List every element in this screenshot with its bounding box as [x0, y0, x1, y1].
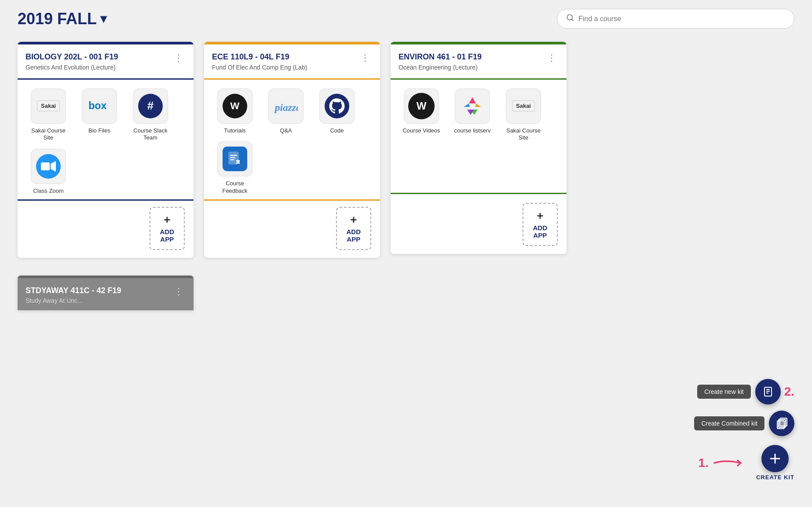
create-new-kit-group: Create new kit [697, 379, 780, 404]
svg-rect-3 [41, 162, 50, 170]
app-icon-webex-videos: W [404, 88, 439, 124]
svg-rect-20 [780, 418, 787, 426]
card-menu-button[interactable]: ⋮ [172, 52, 186, 63]
app-item-class-zoom[interactable]: Class Zoom [26, 149, 70, 195]
svg-marker-10 [475, 103, 481, 107]
add-app-label: ADDAPP [160, 228, 175, 243]
create-combined-kit-group: Create Combined kit [694, 411, 794, 436]
add-app-button[interactable]: + ADDAPP [336, 207, 372, 250]
add-app-section: + ADDAPP [18, 199, 194, 258]
cards-container: BIOLOGY 202L - 001 F19 Genetics And Evol… [0, 37, 812, 276]
app-item-course-slack-team[interactable]: # Course Slack Team [128, 88, 172, 142]
create-kit-group: 1. CREATE KIT [699, 445, 794, 481]
card-menu-button[interactable]: ⋮ [172, 286, 186, 297]
semester-selector[interactable]: 2019 FALL ▾ [18, 10, 106, 28]
card-header: ECE 110L9 - 04L F19 Fund Of Elec And Com… [204, 44, 380, 80]
app-label: Bio Files [88, 127, 110, 135]
app-item-course-videos[interactable]: W Course Videos [399, 88, 443, 142]
card-menu-button[interactable]: ⋮ [545, 52, 559, 63]
plus-icon: + [350, 214, 357, 225]
search-icon [566, 14, 574, 24]
fab-row-combined: Create Combined kit [694, 411, 794, 436]
card-header: ENVIRON 461 - 01 F19 Ocean Engineering (… [391, 44, 567, 80]
course-card-stdyaway: STDYAWAY 411C - 42 F19 Study Away At Unc… [18, 276, 194, 310]
card-subtitle: Ocean Engineering (Lecture) [399, 63, 482, 72]
create-kit-label: CREATE KIT [756, 474, 794, 481]
add-app-button-environ[interactable]: + ADDAPP [523, 203, 558, 246]
svg-marker-9 [469, 97, 476, 103]
app-label: Tutorials [224, 127, 245, 135]
partial-title: STDYAWAY 411C - 42 F19 [26, 286, 121, 295]
svg-line-1 [571, 19, 573, 20]
app-icon-piazza: piazza [268, 88, 304, 124]
app-label: Sakai Course Site [501, 127, 545, 142]
card-title-block: ECE 110L9 - 04L F19 Fund Of Elec And Com… [212, 52, 307, 72]
slack-hashtag-icon: # [138, 94, 163, 118]
app-item-qa[interactable]: piazza Q&A [264, 88, 308, 135]
app-label: Course Videos [402, 127, 440, 135]
zoom-camera-icon [36, 154, 61, 179]
arrow-group: 1. [699, 455, 752, 471]
app-label: Course Slack Team [128, 127, 172, 142]
plus-icon: + [164, 214, 170, 225]
app-icon-box: box [82, 88, 117, 124]
app-item-code[interactable]: Code [315, 88, 359, 135]
environ-separator [391, 193, 567, 194]
apps-grid-environ: W Course Videos [391, 80, 567, 147]
number-1-label: 1. [699, 456, 709, 470]
header: 2019 FALL ▾ [0, 0, 812, 37]
svg-marker-12 [464, 103, 470, 107]
svg-text:box: box [88, 100, 106, 111]
create-combined-kit-button[interactable] [769, 411, 794, 436]
add-app-button[interactable]: + ADDAPP [150, 207, 185, 250]
apps-grid: W Tutorials piazza Q&A [204, 80, 380, 200]
app-icon-sympa [455, 88, 490, 124]
app-item-course-feedback[interactable]: Course Feedback [213, 141, 257, 195]
app-label: Code [330, 127, 344, 135]
app-icon-feedback [217, 141, 252, 176]
card-title: BIOLOGY 202L - 001 F19 [26, 52, 118, 62]
svg-marker-4 [51, 161, 56, 172]
card-menu-button[interactable]: ⋮ [358, 52, 372, 63]
create-kit-btn-group: CREATE KIT [756, 445, 794, 481]
semester-title-text: 2019 FALL [18, 10, 97, 28]
card-title-block: ENVIRON 461 - 01 F19 Ocean Engineering (… [399, 52, 482, 72]
arrow-right-icon [712, 455, 752, 471]
card-subtitle: Genetics And Evolution (Lecture) [26, 63, 118, 72]
app-label: Sakai Course Site [26, 127, 70, 142]
app-icon-sakai-2: Sakai [506, 88, 541, 124]
search-input[interactable] [578, 15, 785, 23]
app-label: Class Zoom [33, 187, 63, 195]
create-new-kit-button[interactable] [755, 379, 781, 404]
add-app-label: ADDAPP [533, 224, 548, 239]
fab-row-create-kit: 1. CREATE KIT [699, 445, 794, 481]
feedback-document-icon [223, 147, 247, 171]
github-cat-icon [325, 94, 349, 118]
webex-w-icon: W [223, 94, 247, 118]
app-item-sakai-course-site[interactable]: Sakai Sakai Course Site [26, 88, 70, 142]
partial-subtitle: Study Away At Unc... [26, 297, 121, 304]
app-item-bio-files[interactable]: box Bio Files [77, 88, 121, 142]
create-kit-button[interactable] [761, 445, 789, 472]
partial-title-block: STDYAWAY 411C - 42 F19 Study Away At Unc… [26, 286, 121, 304]
add-app-section: + ADDAPP [204, 199, 380, 258]
webex-w-icon: W [408, 93, 435, 119]
app-label: Q&A [280, 127, 292, 135]
app-icon-webex: W [217, 88, 252, 124]
app-item-sakai-course-site-2[interactable]: Sakai Sakai Course Site [501, 88, 545, 142]
app-label: Course Feedback [213, 180, 257, 195]
card-title: ECE 110L9 - 04L F19 [212, 52, 307, 62]
partial-header: STDYAWAY 411C - 42 F19 Study Away At Unc… [18, 278, 194, 310]
app-item-tutorials[interactable]: W Tutorials [213, 88, 257, 135]
app-icon-github [319, 88, 355, 124]
semester-chevron-icon: ▾ [100, 11, 106, 26]
fab-row-2: Create new kit 2. [697, 379, 794, 404]
card-title: ENVIRON 461 - 01 F19 [399, 52, 482, 62]
search-container [557, 9, 794, 29]
fab-container: Create new kit 2. Create Combined kit [694, 379, 794, 481]
apps-grid: Sakai Sakai Course Site box Bio Files # [18, 80, 194, 200]
app-item-listserv[interactable]: course listserv [450, 88, 494, 142]
app-icon-sakai: Sakai [31, 88, 66, 124]
card-title-block: BIOLOGY 202L - 001 F19 Genetics And Evol… [26, 52, 118, 72]
course-card-bio202: BIOLOGY 202L - 001 F19 Genetics And Evol… [18, 42, 194, 258]
